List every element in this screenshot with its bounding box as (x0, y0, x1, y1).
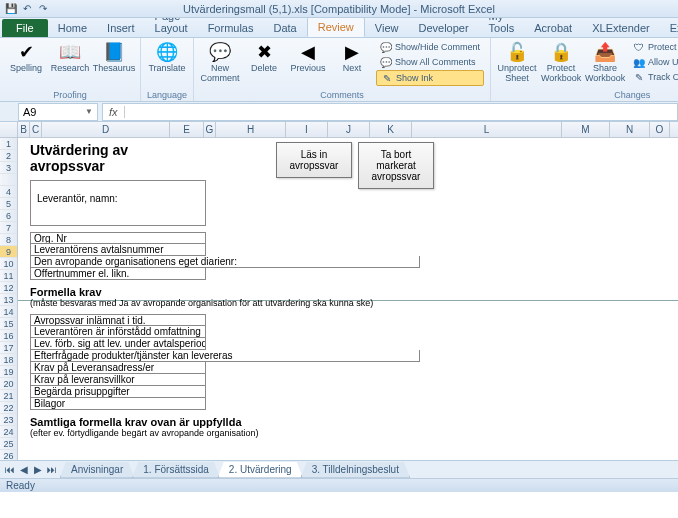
row-header[interactable]: 22 (0, 402, 17, 414)
tab-developer[interactable]: Developer (408, 19, 478, 37)
row-header[interactable]: 19 (0, 366, 17, 378)
row-header[interactable]: 23 (0, 414, 17, 426)
sheet-tab[interactable]: Anvisningar (60, 462, 134, 478)
col-header[interactable]: K (370, 122, 412, 137)
thesaurus-button[interactable]: 📘Thesaurus (94, 40, 134, 74)
new-comment-button[interactable]: 💬New Comment (200, 40, 240, 84)
show-ink-button[interactable]: ✎Show Ink (376, 70, 484, 86)
col-header[interactable]: C (30, 122, 42, 137)
sheet-tab[interactable]: 3. Tilldelningsbeslut (301, 462, 410, 478)
row-header[interactable]: 4 (0, 186, 17, 198)
tab-excel2doc[interactable]: Excel2Doc (660, 19, 678, 37)
offertnummer-field[interactable]: Offertnummer el. likn. (30, 268, 206, 280)
row-header[interactable]: 9 (0, 246, 17, 258)
delete-comment-button[interactable]: ✖Delete (244, 40, 284, 74)
row-header[interactable]: 6 (0, 210, 17, 222)
krav-row[interactable]: Leverantören är införstådd omfattning (30, 326, 206, 338)
tab-formulas[interactable]: Formulas (198, 19, 264, 37)
row-header[interactable]: 11 (0, 270, 17, 282)
track-changes-button[interactable]: ✎Track Changes ▾ (629, 70, 678, 84)
row-header[interactable]: 17 (0, 342, 17, 354)
krav-row[interactable]: Krav på leveransvillkor (30, 374, 206, 386)
krav-row[interactable]: Krav på Leveransadress/er (30, 362, 206, 374)
chevron-down-icon[interactable]: ▼ (85, 107, 93, 116)
sheet-nav-next-icon[interactable]: ▶ (32, 464, 44, 475)
show-all-comments-button[interactable]: 💬Show All Comments (376, 55, 484, 69)
diarienr-field[interactable]: Den avropande organisationens eget diari… (30, 256, 420, 268)
read-response-button[interactable]: Läs in avropssvar (276, 142, 352, 178)
orgnr-field[interactable]: Org. Nr (30, 232, 206, 244)
col-header[interactable]: N (610, 122, 650, 137)
tab-data[interactable]: Data (263, 19, 306, 37)
row-header[interactable]: 3 (0, 162, 17, 174)
row-header[interactable]: 5 (0, 198, 17, 210)
protect-workbook-button[interactable]: 🔒Protect Workbook (541, 40, 581, 84)
previous-comment-button[interactable]: ◀Previous (288, 40, 328, 74)
sheet-nav-first-icon[interactable]: ⏮ (4, 464, 16, 475)
share-icon: 📤 (593, 40, 617, 64)
row-header[interactable]: 10 (0, 258, 17, 270)
sheet-tab[interactable]: 2. Utvärdering (218, 462, 303, 478)
sheet-nav-prev-icon[interactable]: ◀ (18, 464, 30, 475)
unprotect-sheet-button[interactable]: 🔓Unprotect Sheet (497, 40, 537, 84)
tab-xlextender[interactable]: XLExtender (582, 19, 659, 37)
select-all-corner[interactable] (0, 122, 18, 137)
row-header[interactable]: 21 (0, 390, 17, 402)
col-header[interactable]: D (42, 122, 170, 137)
protect-share-button[interactable]: 🛡Protect and Share Workbook (629, 40, 678, 54)
col-header[interactable]: G (204, 122, 216, 137)
col-header[interactable]: B (18, 122, 30, 137)
tab-view[interactable]: View (365, 19, 409, 37)
unprotect-icon: 🔓 (505, 40, 529, 64)
krav-row[interactable]: Efterfrågade produkter/tjänster kan leve… (30, 350, 420, 362)
col-header[interactable]: M (562, 122, 610, 137)
spelling-button[interactable]: ✔Spelling (6, 40, 46, 74)
row-header[interactable]: 14 (0, 306, 17, 318)
qat-redo-icon[interactable]: ↷ (36, 2, 50, 16)
row-header[interactable]: 7 (0, 222, 17, 234)
name-box[interactable]: A9▼ (18, 103, 98, 121)
allow-edit-ranges-button[interactable]: 👥Allow Users to Edit Ranges (629, 55, 678, 69)
tab-review[interactable]: Review (307, 17, 365, 37)
row-header[interactable]: 13 (0, 294, 17, 306)
krav-row[interactable]: Avropssvar inlämnat i tid. (30, 314, 206, 326)
row-header[interactable] (0, 174, 17, 186)
row-header[interactable]: 15 (0, 318, 17, 330)
share-workbook-button[interactable]: 📤Share Workbook (585, 40, 625, 84)
fx-icon[interactable]: fx (103, 106, 125, 118)
row-header[interactable]: 2 (0, 150, 17, 162)
krav-row[interactable]: Begärda prisuppgifter (30, 386, 206, 398)
krav-row[interactable]: Bilagor (30, 398, 206, 410)
col-header[interactable]: E (170, 122, 204, 137)
row-header[interactable]: 20 (0, 378, 17, 390)
tab-insert[interactable]: Insert (97, 19, 145, 37)
row-header[interactable]: 25 (0, 438, 17, 450)
tab-home[interactable]: Home (48, 19, 97, 37)
col-header[interactable]: J (328, 122, 370, 137)
tab-acrobat[interactable]: Acrobat (524, 19, 582, 37)
sheet-tab[interactable]: 1. Försättssida (132, 462, 220, 478)
row-header[interactable]: 1 (0, 138, 17, 150)
row-header[interactable]: 24 (0, 426, 17, 438)
qat-save-icon[interactable]: 💾 (4, 2, 18, 16)
col-header[interactable]: H (216, 122, 286, 137)
row-header[interactable]: 8 (0, 234, 17, 246)
remove-response-button[interactable]: Ta bort markerat avropssvar (358, 142, 434, 189)
next-comment-button[interactable]: ▶Next (332, 40, 372, 74)
translate-button[interactable]: 🌐Translate (147, 40, 187, 74)
show-hide-comment-button[interactable]: 💬Show/Hide Comment (376, 40, 484, 54)
formula-bar[interactable]: fx (102, 103, 678, 121)
col-header[interactable]: O (650, 122, 670, 137)
row-header[interactable]: 12 (0, 282, 17, 294)
krav-row[interactable]: Lev. förb. sig att lev. under avtalsperi… (30, 338, 206, 350)
col-header[interactable]: I (286, 122, 328, 137)
research-button[interactable]: 📖Research (50, 40, 90, 74)
row-header[interactable]: 16 (0, 330, 17, 342)
supplier-name-field[interactable]: Leverantör, namn: (30, 180, 206, 226)
tab-file[interactable]: File (2, 19, 48, 37)
avtalsnummer-field[interactable]: Leverantörens avtalsnummer (30, 244, 206, 256)
row-header[interactable]: 18 (0, 354, 17, 366)
qat-undo-icon[interactable]: ↶ (20, 2, 34, 16)
sheet-nav-last-icon[interactable]: ⏭ (46, 464, 58, 475)
col-header[interactable]: L (412, 122, 562, 137)
